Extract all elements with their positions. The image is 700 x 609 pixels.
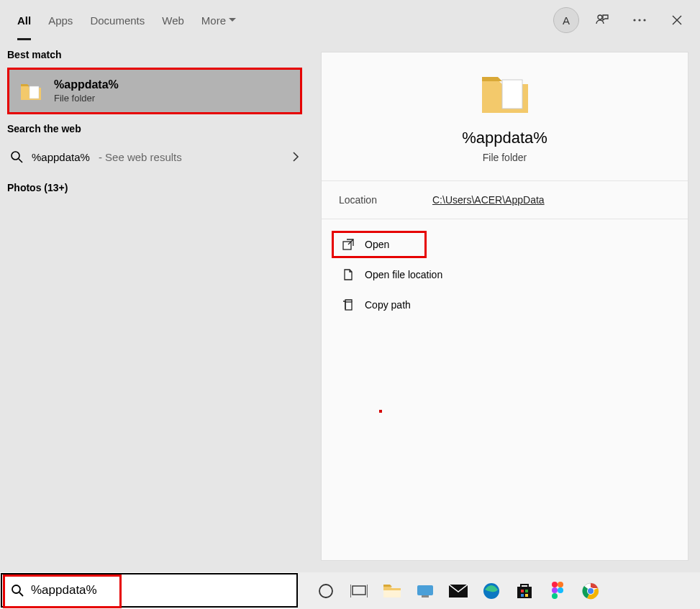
results-column: Best match %appdata% File folder Search … [0,40,309,572]
svg-rect-8 [345,302,352,310]
location-label: Location [339,194,432,206]
svg-point-2 [638,19,640,21]
svg-point-1 [633,19,635,21]
web-result-term: %appdata% [32,151,90,163]
folder-icon [479,67,531,119]
chevron-down-icon [229,18,236,22]
svg-rect-18 [521,590,524,592]
detail-subtitle: File folder [483,152,527,163]
svg-point-25 [558,587,563,593]
copy-icon [342,298,355,311]
tab-documents[interactable]: Documents [90,0,145,40]
folder-icon [19,80,42,103]
user-avatar[interactable]: A [553,7,579,33]
close-icon[interactable] [663,6,691,35]
mail-icon[interactable] [446,579,471,603]
svg-rect-20 [521,594,524,597]
svg-rect-13 [417,585,433,595]
svg-rect-12 [383,590,401,597]
section-search-web: Search the web [0,114,309,142]
web-result-suffix: - See web results [99,151,182,163]
section-best-match: Best match [0,40,309,68]
svg-point-9 [12,585,20,593]
svg-point-30 [588,588,594,594]
figma-icon[interactable] [545,579,570,603]
best-match-result[interactable]: %appdata% File folder [7,68,302,114]
svg-rect-19 [525,590,528,592]
svg-point-24 [552,587,558,593]
search-box[interactable] [1,573,298,608]
cortana-icon[interactable] [314,579,338,603]
action-open[interactable]: Open [332,231,427,258]
file-explorer-icon[interactable] [380,579,404,603]
search-icon [11,584,24,597]
chevron-right-icon [293,152,299,162]
web-result[interactable]: %appdata% - See web results [0,142,309,172]
tab-all[interactable]: All [17,0,31,40]
store-icon[interactable] [512,579,537,603]
svg-rect-11 [353,586,365,595]
svg-point-22 [552,582,558,587]
chrome-icon[interactable] [578,579,603,603]
best-match-subtitle: File folder [54,93,119,104]
svg-point-0 [598,15,602,19]
feedback-icon[interactable] [588,6,617,35]
action-open-location-label: Open file location [365,269,442,280]
tab-web[interactable]: Web [162,0,184,40]
best-match-title: %appdata% [54,78,119,91]
svg-rect-14 [422,595,429,597]
file-location-icon [342,268,355,281]
svg-point-3 [643,19,645,21]
svg-rect-4 [29,86,39,99]
action-open-location[interactable]: Open file location [332,261,678,288]
svg-point-10 [319,585,332,597]
action-open-label: Open [365,239,389,250]
detail-title: %appdata% [462,129,547,147]
location-value[interactable]: C:\Users\ACER\AppData [432,194,545,206]
task-view-icon[interactable] [347,579,371,603]
action-copy-path[interactable]: Copy path [332,291,678,319]
action-copy-path-label: Copy path [365,299,411,311]
svg-point-5 [12,152,19,160]
search-icon [10,150,23,163]
search-input[interactable] [31,583,288,597]
section-photos[interactable]: Photos (13+) [0,172,309,203]
svg-rect-6 [502,80,522,109]
open-icon [342,238,355,251]
svg-point-26 [552,593,558,599]
detail-panel: %appdata% File folder Location C:\Users\… [321,52,688,561]
svg-point-23 [558,582,563,587]
settings-icon[interactable] [413,579,437,603]
taskbar [298,572,700,609]
tab-bar: All Apps Documents Web More A [0,0,700,40]
tab-apps[interactable]: Apps [48,0,73,40]
svg-rect-21 [525,594,528,597]
annotation-marker [379,410,382,413]
more-options-icon[interactable] [625,6,654,35]
tab-more-label: More [201,14,226,27]
tab-more[interactable]: More [201,0,236,40]
svg-rect-17 [517,587,532,598]
edge-icon[interactable] [479,579,504,603]
